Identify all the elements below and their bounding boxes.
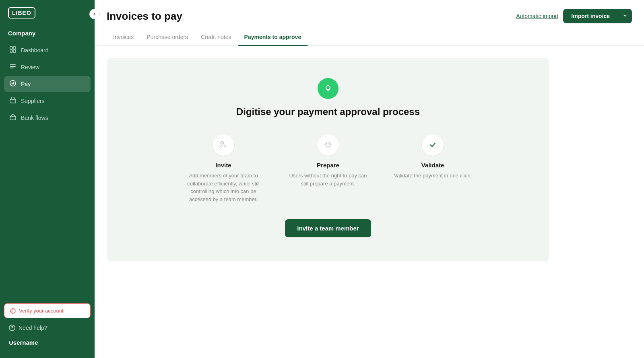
bank-flows-icon xyxy=(9,114,17,122)
step-validate-desc: Validate the payment in one click. xyxy=(394,172,472,180)
main-content: Invoices to pay Automatic import Import … xyxy=(95,0,644,358)
review-icon xyxy=(9,63,17,71)
logo: LIBEO xyxy=(8,7,35,19)
pay-icon xyxy=(9,80,17,88)
step-connector-2 xyxy=(339,145,421,145)
sidebar-item-suppliers[interactable]: Suppliers xyxy=(4,93,91,109)
step-invite-icon xyxy=(212,134,235,156)
svg-rect-4 xyxy=(10,64,16,65)
svg-rect-2 xyxy=(10,50,12,52)
svg-rect-6 xyxy=(10,68,14,68)
username-label: Username xyxy=(4,337,91,350)
need-help-label: Need help? xyxy=(19,325,47,331)
svg-rect-8 xyxy=(10,99,16,103)
step-prepare-icon xyxy=(317,134,339,156)
tabs-bar: Invoices Purchase orders Credit notes Pa… xyxy=(95,25,644,46)
tab-credit-notes[interactable]: Credit notes xyxy=(194,31,237,46)
sidebar-item-pay[interactable]: Pay xyxy=(4,76,91,92)
step-invite-label: Invite xyxy=(215,162,231,169)
step-validate-icon xyxy=(421,134,444,156)
invite-team-member-button[interactable]: Invite a team member xyxy=(285,219,371,237)
verify-icon xyxy=(10,308,16,314)
tab-payments-to-approve[interactable]: Payments to approve xyxy=(238,31,308,46)
sidebar-nav: Dashboard Review Pay Suppliers Bank flow… xyxy=(0,42,95,299)
step-validate: Validate Validate the payment in one cli… xyxy=(380,134,485,180)
chevron-down-icon xyxy=(623,14,627,18)
dashboard-icon xyxy=(9,46,17,54)
svg-rect-5 xyxy=(10,66,16,67)
help-icon xyxy=(9,325,15,331)
page-header: Invoices to pay Automatic import Import … xyxy=(95,0,644,23)
tab-invoices[interactable]: Invoices xyxy=(107,31,140,46)
import-invoice-button-group: Import invoice xyxy=(563,9,632,23)
svg-rect-1 xyxy=(13,47,16,49)
sidebar-item-dashboard[interactable]: Dashboard xyxy=(4,42,91,58)
step-prepare: Prepare Users without the right to pay c… xyxy=(276,134,380,187)
sidebar-bottom: Verify your account Need help? Username xyxy=(0,299,95,358)
sidebar-item-bank-flows[interactable]: Bank flows xyxy=(4,110,91,126)
verify-account-label: Verify your account xyxy=(19,308,64,314)
sidebar-item-suppliers-label: Suppliers xyxy=(21,98,44,104)
svg-rect-3 xyxy=(13,50,16,52)
sidebar-item-dashboard-label: Dashboard xyxy=(21,47,49,53)
step-invite-desc: Add members of your team to collaborate … xyxy=(183,172,264,203)
step-validate-label: Validate xyxy=(421,162,444,169)
header-actions: Automatic import Import invoice xyxy=(516,9,632,23)
sidebar-collapse-button[interactable] xyxy=(89,9,100,19)
sidebar: LIBEO Company Dashboard Review Pay Suppl xyxy=(0,0,95,358)
step-invite: Invite Add members of your team to colla… xyxy=(171,134,276,203)
svg-rect-9 xyxy=(10,117,16,120)
tab-content: Digitise your payment approval process I… xyxy=(95,46,644,358)
svg-point-13 xyxy=(326,86,330,90)
step-prepare-label: Prepare xyxy=(317,162,339,169)
verify-account-button[interactable]: Verify your account xyxy=(4,303,91,318)
suppliers-icon xyxy=(9,97,17,105)
svg-rect-0 xyxy=(10,47,12,49)
sidebar-item-pay-label: Pay xyxy=(21,81,31,87)
tab-purchase-orders[interactable]: Purchase orders xyxy=(140,31,194,46)
step-connector-1 xyxy=(235,145,317,145)
sidebar-item-bank-flows-label: Bank flows xyxy=(21,115,48,121)
step-prepare-desc: Users without the right to pay can still… xyxy=(288,172,368,187)
lightbulb-icon xyxy=(323,84,333,93)
promo-icon xyxy=(318,78,339,99)
sidebar-logo-area: LIBEO xyxy=(0,0,95,26)
automatic-import-link[interactable]: Automatic import xyxy=(516,13,558,19)
svg-point-12 xyxy=(12,329,12,329)
svg-point-14 xyxy=(221,142,223,144)
sidebar-item-review-label: Review xyxy=(21,64,39,70)
steps-row: Invite Add members of your team to colla… xyxy=(171,134,485,203)
promo-card: Digitise your payment approval process I… xyxy=(107,58,549,261)
need-help-button[interactable]: Need help? xyxy=(4,321,91,334)
sidebar-company-label: Company xyxy=(0,26,95,42)
sidebar-item-review[interactable]: Review xyxy=(4,59,91,75)
import-invoice-dropdown-button[interactable] xyxy=(618,9,632,23)
promo-title: Digitise your payment approval process xyxy=(236,106,420,117)
import-invoice-button[interactable]: Import invoice xyxy=(563,9,618,23)
page-title: Invoices to pay xyxy=(107,10,182,23)
